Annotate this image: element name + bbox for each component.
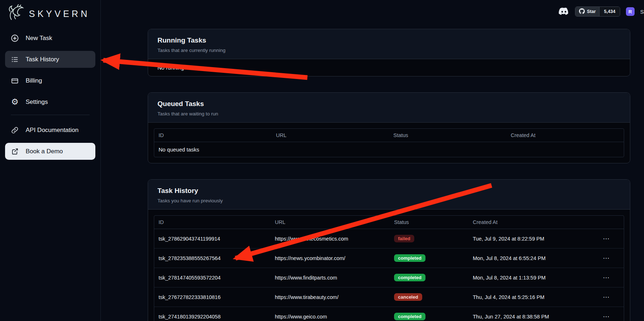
- column-header-actions: [598, 219, 624, 226]
- status-badge: canceled: [394, 293, 422, 301]
- sidebar-item-new-task[interactable]: New Task: [5, 30, 95, 47]
- sidebar-item-settings[interactable]: ⚙ Settings: [5, 93, 95, 110]
- table-row[interactable]: tsk_276727822333810816 https://www.tirab…: [154, 287, 624, 307]
- sidebar-item-label: Billing: [26, 77, 42, 84]
- column-header-url: URL: [272, 129, 389, 142]
- brand: SKYVERN: [0, 0, 100, 26]
- brand-name: SKYVERN: [29, 9, 90, 19]
- github-star-count: 5,434: [599, 7, 619, 16]
- task-url-cell: https://www.finditparts.com: [271, 269, 390, 286]
- queued-tasks-card: Queued Tasks Tasks that are waiting to r…: [148, 92, 630, 163]
- status-badge: completed: [394, 254, 425, 262]
- avatar[interactable]: R: [626, 7, 635, 16]
- sidebar-item-label: New Task: [26, 35, 52, 42]
- skyvern-logo-icon: [7, 4, 25, 24]
- credit-card-icon: [10, 76, 19, 85]
- task-id-cell: tsk_278629043741199914: [154, 230, 271, 247]
- running-tasks-header: Running Tasks Tasks that are currently r…: [148, 29, 630, 59]
- sidebar-item-book-a-demo[interactable]: Book a Demo: [5, 143, 95, 160]
- column-header-status: Status: [390, 216, 468, 229]
- card-title: Running Tasks: [157, 36, 621, 44]
- task-id-cell: tsk_274180139292204058: [154, 308, 271, 321]
- table-row[interactable]: tsk_278147405593572204 https://www.findi…: [154, 268, 624, 287]
- task-history-header: Task History Tasks you have run previous…: [148, 180, 630, 210]
- sidebar-item-api-documentation[interactable]: API Documentation: [5, 122, 95, 138]
- status-badge: completed: [394, 313, 425, 320]
- task-url-cell: https://www.tartecosmetics.com: [271, 230, 390, 247]
- plus-circle-icon: [10, 34, 19, 43]
- task-url-cell: https://www.geico.com: [271, 308, 390, 321]
- table-header-row: ID URL Status Created At: [154, 129, 624, 142]
- card-title: Queued Tasks: [157, 100, 621, 108]
- status-badge: completed: [394, 274, 425, 281]
- sidebar-item-label: Task History: [26, 56, 59, 63]
- task-created-cell: Mon, Jul 8, 2024 at 6:55:24 PM: [468, 250, 598, 267]
- queued-tasks-header: Queued Tasks Tasks that are waiting to r…: [148, 93, 630, 123]
- main-content: Running Tasks Tasks that are currently r…: [101, 0, 644, 321]
- gear-icon: ⚙: [10, 98, 19, 106]
- card-title: Task History: [157, 187, 621, 195]
- task-created-cell: Thu, Jul 4, 2024 at 5:25:16 PM: [468, 289, 598, 306]
- discord-icon[interactable]: [558, 7, 569, 16]
- task-id-cell: tsk_276727822333810816: [154, 289, 271, 306]
- card-subtitle: Tasks you have run previously: [157, 198, 621, 203]
- table-row[interactable]: tsk_278235388555267564 https://news.ycom…: [154, 249, 624, 268]
- column-header-url: URL: [271, 216, 390, 229]
- external-link-icon: [10, 147, 19, 156]
- github-star-label: Star: [587, 9, 596, 14]
- row-actions-button[interactable]: ⋯: [603, 313, 610, 320]
- row-actions-button[interactable]: ⋯: [603, 255, 610, 261]
- running-tasks-card: Running Tasks Tasks that are currently r…: [148, 29, 630, 76]
- sidebar-item-label: Settings: [26, 98, 48, 106]
- task-created-cell: Thu, Jun 27, 2024 at 8:38:58 PM: [468, 308, 598, 321]
- task-id-cell: tsk_278147405593572204: [154, 269, 271, 286]
- column-header-id: ID: [154, 216, 271, 229]
- topbar: Star 5,434 R S: [558, 6, 644, 17]
- sidebar-nav: New Task Task History Billing ⚙ Settings: [0, 26, 100, 160]
- column-header-created-at: Created At: [506, 129, 624, 142]
- task-history-table: ID URL Status Created At tsk_27862904374…: [154, 215, 624, 321]
- task-url-cell: https://news.ycombinator.com/: [271, 250, 390, 267]
- column-header-created-at: Created At: [468, 216, 598, 229]
- queued-tasks-empty: No queued tasks: [154, 142, 624, 157]
- status-badge: failed: [394, 235, 414, 242]
- sidebar-item-task-history[interactable]: Task History: [5, 51, 95, 68]
- sidebar-item-label: Book a Demo: [26, 148, 63, 155]
- column-header-id: ID: [154, 129, 272, 142]
- row-actions-button[interactable]: ⋯: [603, 235, 610, 242]
- task-url-cell: https://www.tirabeauty.com/: [271, 289, 390, 306]
- task-history-card: Task History Tasks you have run previous…: [148, 179, 630, 321]
- table-row[interactable]: tsk_278629043741199914 https://www.tarte…: [154, 229, 624, 249]
- sidebar-item-label: API Documentation: [26, 127, 78, 134]
- running-tasks-empty: No running tasks: [148, 59, 630, 76]
- row-actions-button[interactable]: ⋯: [603, 294, 610, 300]
- table-header-row: ID URL Status Created At: [154, 216, 624, 229]
- user-label: S: [640, 9, 644, 15]
- sidebar-divider: [11, 115, 90, 115]
- card-subtitle: Tasks that are currently running: [157, 48, 621, 53]
- task-created-cell: Tue, Jul 9, 2024 at 8:22:59 PM: [468, 230, 598, 247]
- queued-tasks-table: ID URL Status Created At No queued tasks: [154, 128, 624, 157]
- card-subtitle: Tasks that are waiting to run: [157, 111, 621, 116]
- table-row[interactable]: tsk_274180139292204058 https://www.geico…: [154, 307, 624, 321]
- task-id-cell: tsk_278235388555267564: [154, 250, 271, 267]
- github-star-widget[interactable]: Star 5,434: [575, 6, 620, 17]
- sidebar-item-billing[interactable]: Billing: [5, 72, 95, 89]
- link-icon: [10, 126, 19, 135]
- github-icon: [579, 8, 585, 15]
- row-actions-button[interactable]: ⋯: [603, 274, 610, 281]
- list-icon: [10, 55, 19, 64]
- column-header-status: Status: [389, 129, 506, 142]
- task-created-cell: Mon, Jul 8, 2024 at 1:13:59 PM: [468, 269, 598, 286]
- sidebar: SKYVERN New Task Task History: [0, 0, 101, 321]
